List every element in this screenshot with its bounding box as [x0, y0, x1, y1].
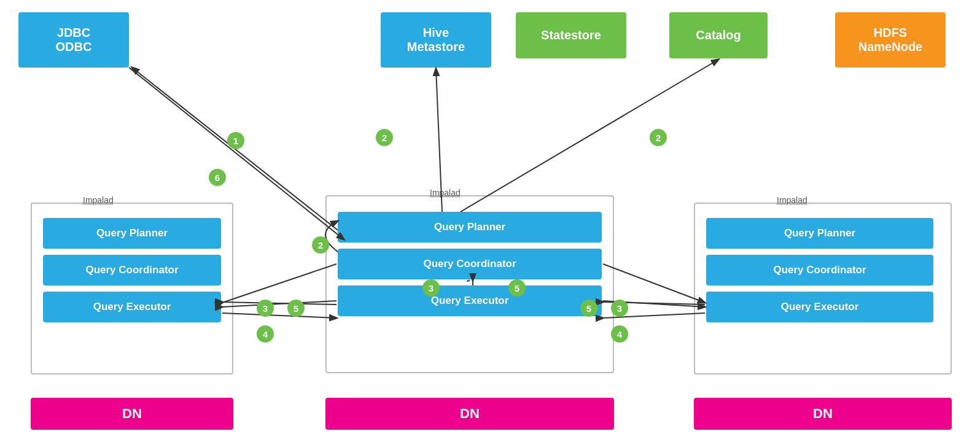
left-query-planner: Query Planner: [43, 218, 221, 249]
badge-5-right: 5: [580, 300, 597, 317]
left-query-executor: Query Executor: [43, 292, 221, 322]
badge-2-hive: 2: [376, 129, 393, 146]
badge-4-right: 4: [611, 325, 628, 343]
diagram: JDBCODBC HiveMetastore Statestore Catalo…: [0, 0, 980, 442]
catalog-box: Catalog: [669, 12, 768, 58]
dn-left: DN: [31, 398, 233, 430]
badge-5-center: 5: [508, 279, 526, 297]
left-query-coordinator: Query Coordinator: [43, 255, 221, 285]
dn-right: DN: [694, 398, 952, 430]
badge-3-left: 3: [257, 300, 274, 317]
svg-line-4: [222, 301, 336, 307]
svg-line-6: [222, 302, 336, 304]
jdbc-odbc-box: JDBCODBC: [18, 12, 129, 68]
impalad-center-label: Impalad: [430, 188, 461, 198]
right-query-coordinator: Query Coordinator: [706, 255, 933, 285]
center-query-planner: Query Planner: [338, 212, 602, 242]
svg-line-11: [603, 264, 705, 303]
svg-line-3: [461, 60, 718, 212]
badge-3-center: 3: [422, 279, 440, 297]
badge-2-catalog: 2: [650, 129, 667, 146]
badge-5-left: 5: [287, 300, 305, 317]
badge-6: 6: [209, 169, 226, 186]
center-query-executor: Query Executor: [338, 285, 602, 316]
right-query-planner: Query Planner: [706, 218, 933, 249]
dn-center: DN: [325, 398, 614, 430]
statestore-box: Statestore: [516, 12, 626, 58]
badge-2-self: 2: [312, 236, 329, 254]
impalad-left-label: Impalad: [83, 195, 114, 205]
impalad-right-label: Impalad: [777, 195, 807, 205]
badge-4-left: 4: [257, 325, 274, 343]
badge-3-right: 3: [611, 300, 628, 317]
center-query-coordinator: Query Coordinator: [338, 249, 602, 279]
badge-1: 1: [227, 132, 244, 149]
hdfs-namenode-box: HDFSNameNode: [835, 12, 946, 68]
svg-line-10: [222, 264, 336, 303]
right-query-executor: Query Executor: [706, 292, 933, 322]
svg-line-5: [222, 313, 336, 318]
hive-metastore-box: HiveMetastore: [381, 12, 491, 68]
